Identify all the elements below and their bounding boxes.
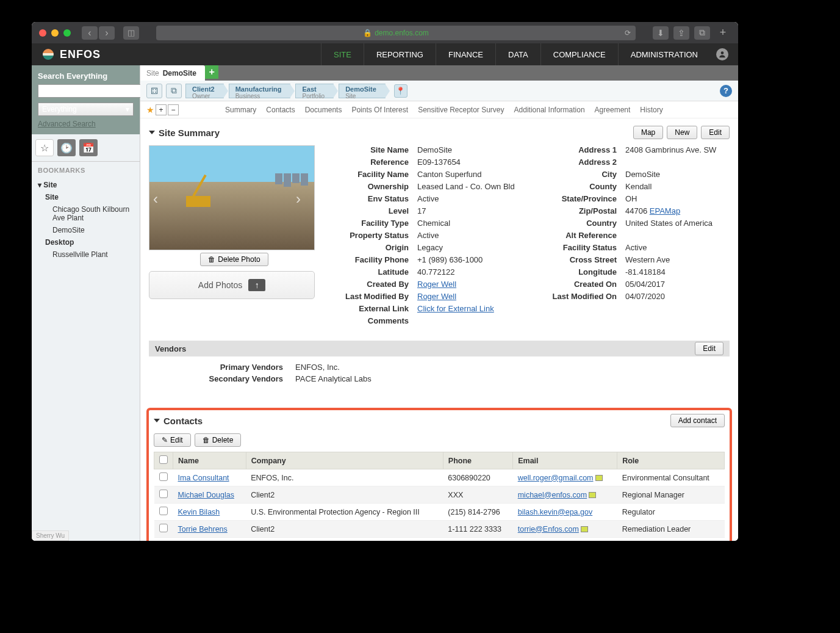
contact-email-link[interactable]: bilash.kevin@epa.gov: [518, 508, 593, 516]
subnav-history[interactable]: History: [640, 106, 662, 114]
bookmark-tree: ▾ SiteSiteChicago South Kilbourn Ave Pla…: [32, 179, 140, 261]
minimize-window[interactable]: [51, 29, 59, 37]
detail-row: Facility Phone+1 (989) 636-1000: [332, 255, 522, 264]
subnav-agreement[interactable]: Agreement: [595, 106, 631, 114]
photo-prev[interactable]: ‹: [153, 190, 168, 205]
star-icon[interactable]: ★: [146, 105, 154, 115]
help-icon[interactable]: ?: [720, 85, 732, 97]
delete-photo-button[interactable]: 🗑 Delete Photo: [200, 253, 268, 266]
tree-item[interactable]: Russellville Plant: [38, 248, 134, 261]
contacts-delete-button[interactable]: 🗑 Delete: [195, 433, 242, 447]
breadcrumb-item[interactable]: ManufacturingBusiness: [229, 84, 291, 98]
nav-reporting[interactable]: REPORTING: [364, 43, 436, 65]
breadcrumb-item[interactable]: Client2Owner: [185, 84, 224, 98]
refresh-icon[interactable]: ⟳: [625, 29, 631, 37]
photo-next[interactable]: ›: [296, 190, 311, 205]
contact-email-link[interactable]: well.roger@gmail.com: [518, 474, 594, 482]
detail-link[interactable]: Roger Well: [417, 292, 456, 301]
search-scope-select[interactable]: Everything ▾: [38, 103, 134, 116]
detail-link[interactable]: Click for External Link: [417, 304, 494, 313]
sidebar-tabs: ☆ 🕑 📅: [32, 134, 140, 162]
tree-item[interactable]: Desktop: [38, 236, 134, 248]
breadcrumb-item[interactable]: EastPortfolio: [295, 84, 334, 98]
sidebar-toggle[interactable]: ◫: [123, 26, 139, 40]
maximize-window[interactable]: [63, 29, 71, 37]
copy-icon[interactable]: ⧉: [166, 84, 182, 98]
nav-compliance[interactable]: COMPLIANCE: [540, 43, 618, 65]
contact-email-link[interactable]: michael@enfos.com: [518, 491, 587, 499]
contact-email-link[interactable]: torrie@Enfos.com: [518, 525, 579, 534]
add-tab-button[interactable]: +: [205, 65, 218, 79]
plus-button[interactable]: +: [156, 104, 167, 115]
contacts-header-cell: Company: [246, 452, 443, 469]
contacts-section: Contacts Add contact ✎ Edit 🗑 Delete: [146, 408, 732, 541]
subnav-summary[interactable]: Summary: [225, 106, 256, 114]
add-contact-button[interactable]: Add contact: [670, 414, 725, 427]
contact-name-link[interactable]: Ima Consultant: [178, 474, 229, 482]
subnav-sensitive-receptor-survey[interactable]: Sensitive Receptor Survey: [418, 106, 504, 114]
details-right: Address 12408 Gambrinus Ave. SWAddress 2…: [540, 145, 730, 328]
search-input[interactable]: [38, 84, 147, 98]
row-checkbox[interactable]: [159, 472, 168, 481]
tabs-icon[interactable]: ⧉: [694, 26, 710, 40]
logo-icon: [41, 48, 55, 61]
tree-item[interactable]: ▾ Site: [38, 179, 134, 191]
new-button[interactable]: New: [667, 126, 697, 139]
new-tab-button[interactable]: +: [715, 26, 731, 40]
contacts-table: NameCompanyPhoneEmailRole Ima Consultant…: [154, 452, 725, 538]
vendor-row: Primary VendorsENFOS, Inc.: [149, 363, 730, 372]
row-checkbox[interactable]: [159, 507, 168, 515]
contacts-header-cell: Phone: [443, 452, 512, 469]
tree-item[interactable]: Chicago South Kilbourn Ave Plant: [38, 203, 134, 224]
contact-name-link[interactable]: Kevin Bilash: [178, 508, 220, 516]
subnav-additional-information[interactable]: Additional Information: [514, 106, 585, 114]
vendors-edit-button[interactable]: Edit: [695, 342, 723, 355]
forward-button[interactable]: ›: [99, 26, 115, 40]
contacts-edit-button[interactable]: ✎ Edit: [154, 433, 191, 447]
back-button[interactable]: ‹: [82, 26, 98, 40]
url-bar[interactable]: 🔒 demo.enfos.com ⟳: [156, 26, 636, 40]
nav-administration[interactable]: ADMINISTRATION: [618, 43, 710, 65]
url-text: demo.enfos.com: [375, 29, 429, 37]
collapse-icon[interactable]: [154, 419, 160, 422]
detail-row: Comments: [332, 316, 522, 325]
detail-row: Facility NameCanton Superfund: [332, 170, 522, 179]
detail-link[interactable]: Roger Well: [417, 280, 456, 289]
close-window[interactable]: [39, 29, 46, 37]
detail-link[interactable]: EPAMap: [650, 206, 680, 215]
contact-name-link[interactable]: Torrie Behrens: [178, 525, 228, 534]
nav-site[interactable]: SITE: [321, 43, 364, 65]
content-tab[interactable]: Site DemoSite: [140, 65, 205, 81]
minus-button[interactable]: −: [168, 104, 179, 115]
logo[interactable]: ENFOS: [41, 48, 101, 61]
detail-row: Zip/Postal44706 EPAMap: [540, 206, 730, 215]
nav-finance[interactable]: FINANCE: [436, 43, 495, 65]
subnav-contacts[interactable]: Contacts: [266, 106, 295, 114]
download-icon[interactable]: ⬇: [653, 26, 669, 40]
advanced-search-link[interactable]: Advanced Search: [38, 120, 96, 128]
subnav-points-of-interest[interactable]: Points Of Interest: [351, 106, 408, 114]
breadcrumb-item[interactable]: DemoSiteSite: [339, 84, 386, 98]
collapse-icon[interactable]: [149, 131, 155, 134]
select-all-checkbox[interactable]: [159, 455, 168, 464]
row-checkbox[interactable]: [159, 490, 168, 498]
subnav-documents[interactable]: Documents: [305, 106, 342, 114]
hierarchy-icon[interactable]: ⚃: [146, 84, 162, 98]
share-icon[interactable]: ⇪: [673, 26, 689, 40]
contact-name-link[interactable]: Michael Douglas: [178, 491, 234, 499]
add-photos-button[interactable]: Add Photos: [149, 271, 315, 299]
map-pin-icon[interactable]: 📍: [394, 84, 407, 98]
map-button[interactable]: Map: [633, 126, 663, 139]
tab-bookmarks[interactable]: ☆: [35, 139, 54, 156]
row-checkbox[interactable]: [159, 524, 168, 532]
table-row: Ima ConsultantENFOS, Inc.6306890220well.…: [154, 469, 725, 487]
nav-data[interactable]: DATA: [495, 43, 540, 65]
edit-button[interactable]: Edit: [701, 126, 730, 139]
tree-item[interactable]: Site: [38, 191, 134, 203]
tab-calendar[interactable]: 📅: [79, 139, 98, 156]
app-header: ENFOS SITEREPORTINGFINANCEDATACOMPLIANCE…: [32, 43, 738, 65]
user-menu[interactable]: [716, 48, 728, 60]
breadcrumb-row: ⚃ ⧉ Client2OwnerManufacturingBusinessEas…: [140, 81, 738, 101]
tab-recent[interactable]: 🕑: [57, 139, 76, 156]
tree-item[interactable]: DemoSite: [38, 224, 134, 236]
